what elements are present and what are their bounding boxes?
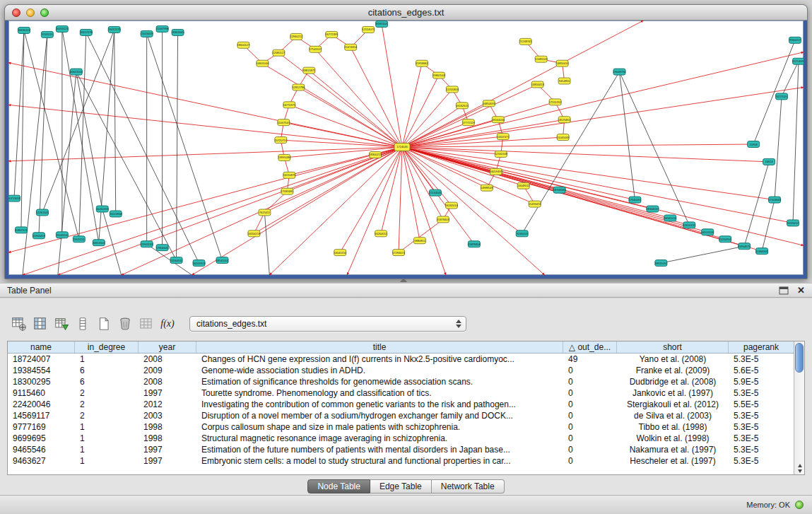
graph-node[interactable]: 21067998: [156, 25, 169, 32]
graph-node[interactable]: 15013904: [110, 211, 122, 217]
column-header[interactable]: title: [196, 341, 563, 353]
graph-node[interactable]: 18815871: [302, 67, 315, 74]
table-row[interactable]: 911546021997Tourette syndrome. Phenomeno…: [8, 387, 794, 399]
graph-node[interactable]: 10713051: [8, 195, 21, 201]
graph-node[interactable]: 18164034: [492, 117, 505, 123]
column-header[interactable]: pagerank: [729, 341, 794, 353]
table-row[interactable]: 1938455462009Genome-wide association stu…: [8, 365, 794, 376]
graph-node[interactable]: 1724046: [394, 144, 410, 151]
new-table-button[interactable]: [93, 315, 114, 333]
graph-node[interactable]: 8183104: [376, 21, 388, 27]
column-header[interactable]: in_degree: [75, 341, 139, 353]
graph-node[interactable]: 12485109: [535, 56, 548, 62]
graph-node[interactable]: 18708583: [553, 187, 566, 193]
graph-node[interactable]: 18570851: [558, 117, 571, 123]
column-header[interactable]: △ out_de...: [563, 341, 617, 353]
table-columns-button[interactable]: [30, 315, 51, 333]
graph-node[interactable]: 12064511: [170, 257, 183, 264]
close-panel-icon[interactable]: ✕: [797, 285, 805, 296]
network-canvas-svg[interactable]: 1724046188158711285278616770975110075472…: [8, 21, 804, 275]
graph-node[interactable]: 11250901: [719, 236, 731, 243]
graph-node[interactable]: 15905419: [33, 233, 45, 239]
graph-node[interactable]: 18925051: [655, 260, 668, 267]
table-row[interactable]: 1830029562008Estimation of significance …: [8, 376, 794, 387]
graph-node[interactable]: 15134545: [429, 189, 442, 196]
delete-rows-button[interactable]: [114, 315, 136, 333]
graph-node[interactable]: 9227520: [776, 93, 788, 100]
tab-node-table[interactable]: Node Table: [307, 479, 370, 493]
graph-node[interactable]: 16354218: [248, 230, 261, 237]
graph-node[interactable]: 17804441: [156, 245, 169, 251]
float-panel-icon[interactable]: [779, 286, 789, 295]
graph-node[interactable]: 17085681: [281, 188, 293, 194]
table-row[interactable]: 977716911998Corpus callosum shape and si…: [8, 421, 794, 433]
graph-node[interactable]: 9454851: [558, 78, 570, 84]
graph-node[interactable]: 13049011: [517, 182, 530, 189]
table-rows-button[interactable]: [72, 315, 93, 333]
graph-node[interactable]: 20053121: [56, 25, 69, 32]
graph-node[interactable]: 15878403: [437, 216, 449, 223]
network-view-canvas[interactable]: 1724046188158711285278616770975110075472…: [8, 21, 804, 275]
graph-node[interactable]: 11607471: [497, 134, 510, 140]
graph-node[interactable]: 16854091: [483, 100, 495, 107]
graph-node[interactable]: 11007547: [278, 119, 290, 126]
tab-edge-table[interactable]: Edge Table: [370, 479, 432, 493]
graph-node[interactable]: 15878404: [468, 241, 481, 247]
graph-node[interactable]: 16157278: [80, 29, 93, 35]
graph-node[interactable]: 9245012: [787, 220, 799, 226]
graph-node[interactable]: 16770975: [283, 102, 295, 108]
graph-node[interactable]: 17284674: [392, 250, 405, 256]
graph-node[interactable]: 17940091: [629, 197, 642, 203]
graph-node[interactable]: 20813101: [93, 240, 105, 246]
graph-node[interactable]: 20613100: [70, 69, 83, 75]
table-row[interactable]: 1872400712008Changes of HCN gene express…: [8, 354, 794, 365]
graph-node[interactable]: 18630122: [18, 27, 30, 33]
graph-node[interactable]: 12261505: [36, 209, 49, 216]
column-header[interactable]: year: [139, 341, 196, 353]
function-builder-button[interactable]: f(x): [157, 315, 178, 333]
graph-node[interactable]: 22201803: [446, 86, 459, 93]
graph-node[interactable]: 12852786: [292, 84, 305, 90]
graph-node[interactable]: 17103643: [768, 197, 781, 203]
graph-node[interactable]: 18600127: [237, 42, 250, 48]
graph-node[interactable]: 21248741: [519, 38, 532, 45]
minimize-window-button[interactable]: [26, 8, 35, 17]
close-window-button[interactable]: [12, 8, 20, 17]
scrollbar-arrows[interactable]: [794, 464, 805, 473]
graph-node[interactable]: 14601044: [257, 60, 269, 66]
graph-node[interactable]: 17551352: [549, 99, 562, 105]
graph-node[interactable]: 16772395: [325, 31, 338, 37]
graph-node[interactable]: 15958662: [416, 60, 428, 66]
graph-node[interactable]: 20720751: [274, 137, 287, 144]
table-settings-button[interactable]: [8, 315, 30, 333]
graph-node[interactable]: 17541107: [310, 46, 322, 52]
graph-node[interactable]: 15474354: [344, 44, 357, 50]
graph-node[interactable]: 10807411: [15, 227, 28, 233]
graph-node[interactable]: 9745515: [41, 31, 53, 37]
graph-node[interactable]: 12524073: [362, 26, 375, 33]
zoom-window-button[interactable]: [40, 8, 49, 17]
table-row[interactable]: 946362711997Embryonic stem cells: a mode…: [8, 455, 794, 467]
scroll-up-icon[interactable]: [798, 464, 802, 467]
graph-node[interactable]: 16264051: [375, 230, 387, 237]
graph-node[interactable]: 18303065: [172, 29, 184, 35]
graph-node[interactable]: 22080127: [272, 49, 285, 56]
window-titlebar[interactable]: citations_edges.txt: [5, 5, 807, 21]
table-row[interactable]: 2242004622012Investigating the contribut…: [8, 399, 794, 410]
graph-node[interactable]: 14512014: [701, 229, 714, 235]
graph-node[interactable]: 14988549: [481, 185, 493, 191]
panel-splitter-handle[interactable]: [400, 278, 407, 282]
graph-node[interactable]: 18344557: [647, 206, 659, 212]
table-import-button[interactable]: [51, 315, 72, 333]
graph-node[interactable]: 17772119: [462, 119, 475, 126]
graph-node[interactable]: 15905133: [141, 241, 153, 247]
graph-node[interactable]: 9245013: [516, 230, 528, 237]
graph-node[interactable]: 16041150: [334, 250, 346, 256]
graph-node[interactable]: 15493474: [529, 201, 541, 207]
graph-node[interactable]: 14850413: [531, 81, 544, 88]
graph-node[interactable]: 19861544: [433, 72, 445, 78]
graph-node[interactable]: 18541014: [216, 257, 229, 264]
graph-node[interactable]: 5905151: [73, 236, 85, 243]
graph-node[interactable]: 16341011: [664, 215, 677, 221]
graph-node[interactable]: 19412175: [108, 26, 121, 33]
